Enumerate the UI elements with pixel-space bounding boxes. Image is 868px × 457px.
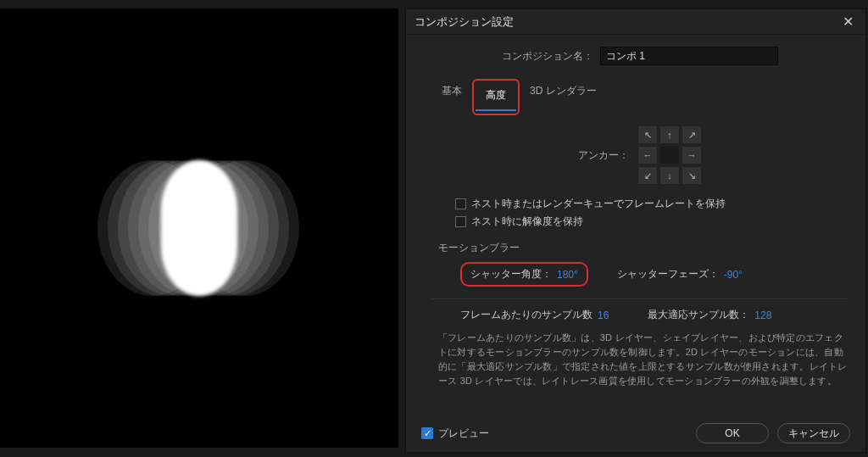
anchor-e-icon[interactable]: → — [682, 146, 702, 164]
adaptive-limit-value[interactable]: 128 — [754, 309, 771, 321]
motion-blur-description: 「フレームあたりのサンプル数」は、3D レイヤー、シェイプレイヤー、および特定の… — [438, 331, 849, 388]
anchor-w-icon[interactable]: ← — [637, 146, 658, 164]
preserve-framerate-checkbox[interactable]: ネスト時またはレンダーキューでフレームレートを保持 — [455, 197, 849, 211]
comp-name-label: コンポジション名： — [502, 49, 593, 64]
samples-per-frame-label: フレームあたりのサンプル数 — [460, 308, 593, 322]
close-icon[interactable]: ✕ — [839, 14, 857, 30]
settings-tabs: 基本 高度 3D レンダラー — [431, 79, 849, 115]
motion-blur-preview-shape — [97, 152, 301, 304]
preserve-framerate-label: ネスト時またはレンダーキューでフレームレートを保持 — [471, 197, 726, 211]
dialog-title: コンポジション設定 — [415, 14, 839, 30]
composition-preview — [0, 8, 398, 448]
divider — [431, 298, 849, 299]
anchor-n-icon[interactable]: ↑ — [659, 125, 680, 144]
checkbox-icon — [455, 216, 466, 227]
composition-settings-dialog: コンポジション設定 ✕ コンポジション名： 基本 高度 3D レンダラー アンカ… — [405, 8, 866, 453]
cancel-button[interactable]: キャンセル — [777, 423, 850, 443]
shutter-angle-label: シャッター角度： — [470, 267, 552, 281]
shutter-phase-label: シャッターフェーズ： — [617, 267, 719, 281]
anchor-s-icon[interactable]: ↓ — [659, 166, 680, 185]
preview-label: プレビュー — [438, 426, 489, 441]
samples-per-frame-value[interactable]: 16 — [598, 309, 609, 321]
anchor-ne-icon[interactable]: ↗ — [682, 125, 702, 144]
comp-name-input[interactable] — [600, 47, 778, 65]
anchor-nw-icon[interactable]: ↖ — [637, 125, 658, 144]
dialog-title-bar: コンポジション設定 ✕ — [406, 9, 865, 35]
ok-button[interactable]: OK — [696, 423, 769, 443]
preview-checkbox[interactable]: ✓ — [421, 427, 433, 439]
anchor-grid: ↖ ↑ ↗ ← → ↙ ↓ ↘ — [637, 125, 702, 185]
adaptive-limit-label: 最大適応サンプル数： — [648, 308, 749, 322]
shutter-angle-value[interactable]: 180° — [557, 269, 578, 281]
tab-3d-renderer[interactable]: 3D レンダラー — [520, 79, 607, 115]
shutter-angle-highlight: シャッター角度： 180° — [460, 262, 588, 287]
preserve-resolution-label: ネスト時に解像度を保持 — [471, 215, 583, 229]
preserve-resolution-checkbox[interactable]: ネスト時に解像度を保持 — [455, 215, 849, 229]
tab-advanced[interactable]: 高度 — [476, 83, 516, 111]
motion-blur-section-label: モーションブラー — [438, 241, 849, 255]
anchor-center[interactable] — [659, 146, 680, 164]
dialog-footer: ✓ プレビュー OK キャンセル — [406, 415, 865, 452]
anchor-label: アンカー： — [578, 148, 629, 163]
shutter-phase-value[interactable]: -90° — [724, 269, 743, 281]
anchor-sw-icon[interactable]: ↙ — [637, 166, 658, 185]
checkbox-icon — [455, 198, 466, 209]
tab-basic[interactable]: 基本 — [431, 79, 472, 115]
anchor-se-icon[interactable]: ↘ — [682, 166, 702, 185]
